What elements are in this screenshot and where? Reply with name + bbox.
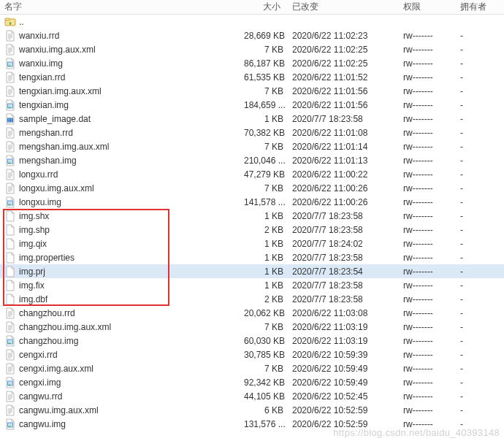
file-modified: 2020/6/22 10:59:49: [288, 377, 399, 388]
table-row[interactable]: img.prj1 KB2020/7/7 18:23:54rw--------: [0, 264, 504, 278]
file-owner: -: [456, 169, 500, 180]
table-row[interactable]: img.shp2 KB2020/7/7 18:23:58rw--------: [0, 223, 504, 237]
file-name: img.fix: [19, 280, 45, 291]
file-permissions: rw-------: [399, 86, 456, 96]
table-header: 名字 大小 已改变 权限 拥有者: [0, 0, 504, 15]
file-modified: 2020/6/22 11:01:56: [288, 86, 399, 96]
file-name: longxu.img.aux.xml: [19, 183, 94, 193]
table-row[interactable]: changzhou.rrd20,062 KB2020/6/22 11:03:08…: [0, 306, 504, 320]
file-generic-icon: [4, 404, 16, 416]
table-row[interactable]: wanxiu.img86,187 KB2020/6/22 11:02:25rw-…: [0, 56, 504, 70]
file-image-icon: [4, 377, 16, 388]
table-row[interactable]: img.qix1 KB2020/7/7 18:24:02rw--------: [0, 237, 504, 250]
table-row[interactable]: changzhou.img60,030 KB2020/6/22 11:03:19…: [0, 334, 504, 348]
file-modified: 2020/6/22 11:03:08: [288, 308, 399, 318]
table-row[interactable]: tengxian.img184,659 ...2020/6/22 11:01:5…: [0, 98, 504, 112]
file-name: img.shp: [19, 225, 50, 235]
table-row[interactable]: img.shx1 KB2020/7/7 18:23:58rw--------: [0, 209, 504, 223]
table-row[interactable]: cangwu.img.aux.xml6 KB2020/6/22 10:52:59…: [0, 403, 504, 417]
svg-point-44: [9, 202, 10, 203]
file-name: cengxi.img.aux.xml: [19, 364, 93, 374]
file-permissions: rw-------: [399, 377, 456, 388]
file-owner: -: [456, 308, 500, 318]
file-name: wanxiu.img.aux.xml: [19, 45, 96, 55]
file-size: 7 KB: [240, 86, 288, 96]
table-row[interactable]: mengshan.img.aux.xml7 KB2020/6/22 11:01:…: [0, 139, 504, 153]
file-name: longxu.img: [19, 197, 61, 207]
file-permissions: rw-------: [399, 364, 456, 374]
file-name: cangwu.img.aux.xml: [19, 405, 99, 415]
file-permissions: rw-------: [399, 253, 456, 263]
file-modified: 2020/6/22 11:03:19: [288, 336, 399, 346]
file-size: 1 KB: [240, 253, 288, 263]
table-row[interactable]: changzhou.img.aux.xml7 KB2020/6/22 11:03…: [0, 320, 504, 334]
file-generic-icon: [4, 141, 16, 153]
file-permissions: rw-------: [399, 391, 456, 402]
file-owner: -: [456, 364, 500, 374]
file-generic-icon: [4, 72, 16, 83]
file-blank-icon: [4, 280, 16, 291]
file-size: 86,187 KB: [240, 58, 288, 69]
file-permissions: rw-------: [399, 322, 456, 332]
file-permissions: rw-------: [399, 58, 456, 69]
file-modified: 2020/7/7 18:23:54: [288, 266, 399, 277]
table-row[interactable]: longxu.rrd47,279 KB2020/6/22 11:00:22rw-…: [0, 167, 504, 181]
file-owner: -: [456, 58, 500, 69]
file-permissions: rw-------: [399, 114, 456, 124]
table-row[interactable]: mengshan.rrd70,382 KB2020/6/22 11:01:08r…: [0, 126, 504, 139]
file-generic-icon: [4, 44, 16, 55]
file-size: 6 KB: [240, 405, 288, 415]
table-row[interactable]: longxu.img141,578 ...2020/6/22 11:00:26r…: [0, 195, 504, 209]
table-row[interactable]: mengshan.img210,046 ...2020/6/22 11:01:1…: [0, 153, 504, 167]
table-row[interactable]: cengxi.rrd30,785 KB2020/6/22 10:59:39rw-…: [0, 348, 504, 361]
table-row[interactable]: sample_image.dat1 KB2020/7/7 18:23:58rw-…: [0, 112, 504, 126]
svg-point-74: [9, 423, 10, 425]
table-row[interactable]: img.fix1 KB2020/7/7 18:23:58rw--------: [0, 278, 504, 292]
col-header-modified[interactable]: 已改变: [288, 0, 399, 15]
col-header-size[interactable]: 大小: [240, 0, 288, 15]
file-name: tengxian.img.aux.xml: [19, 86, 102, 96]
svg-point-34: [9, 160, 10, 161]
table-row[interactable]: tengxian.img.aux.xml7 KB2020/6/22 11:01:…: [0, 84, 504, 98]
file-owner: -: [456, 239, 500, 249]
file-modified: 2020/7/7 18:23:58: [288, 280, 399, 291]
file-size: 2 KB: [240, 225, 288, 235]
col-header-name[interactable]: 名字: [0, 0, 240, 15]
file-modified: 2020/6/22 11:02:23: [288, 31, 399, 41]
file-image-icon: [4, 58, 16, 69]
col-header-owner[interactable]: 拥有者: [456, 0, 500, 15]
file-list-table: 名字 大小 已改变 权限 拥有者 .. wanxiu.rrd28,669 KB2…: [0, 0, 504, 431]
file-name: img.properties: [19, 253, 75, 263]
table-row[interactable]: cengxi.img92,342 KB2020/6/22 10:59:49rw-…: [0, 375, 504, 389]
table-row[interactable]: wanxiu.rrd28,669 KB2020/6/22 11:02:23rw-…: [0, 28, 504, 42]
file-modified: 2020/6/22 10:59:49: [288, 364, 399, 374]
file-owner: -: [456, 336, 500, 346]
file-blank-icon: [4, 238, 16, 250]
file-owner: -: [456, 197, 500, 207]
table-row[interactable]: img.properties1 KB2020/7/7 18:23:58rw---…: [0, 250, 504, 264]
file-owner: -: [456, 156, 500, 166]
file-permissions: rw-------: [399, 280, 456, 291]
file-owner: -: [456, 253, 500, 263]
file-name: wanxiu.rrd: [19, 31, 59, 41]
col-header-perm[interactable]: 权限: [399, 0, 456, 15]
file-generic-icon: [4, 127, 16, 139]
file-name: img.dbf: [19, 294, 47, 304]
file-permissions: rw-------: [399, 308, 456, 318]
table-row[interactable]: longxu.img.aux.xml7 KB2020/6/22 11:00:26…: [0, 181, 504, 195]
file-name: changzhou.img.aux.xml: [19, 322, 111, 332]
table-row[interactable]: cangwu.rrd44,105 KB2020/6/22 10:52:45rw-…: [0, 389, 504, 403]
svg-point-54: [9, 340, 10, 342]
file-size: 7 KB: [240, 45, 288, 55]
file-modified: 2020/6/22 11:03:19: [288, 322, 399, 332]
table-row[interactable]: tengxian.rrd61,535 KB2020/6/22 11:01:52r…: [0, 70, 504, 84]
table-row[interactable]: img.dbf2 KB2020/7/7 18:23:58rw--------: [0, 292, 504, 306]
table-row[interactable]: wanxiu.img.aux.xml7 KB2020/6/22 11:02:25…: [0, 42, 504, 56]
file-permissions: rw-------: [399, 294, 456, 304]
file-name: cengxi.img: [19, 377, 61, 388]
parent-dir-row[interactable]: ..: [0, 15, 504, 28]
file-size: 1 KB: [240, 239, 288, 249]
file-owner: -: [456, 31, 500, 41]
file-image-icon: [4, 335, 16, 347]
table-row[interactable]: cengxi.img.aux.xml7 KB2020/6/22 10:59:49…: [0, 361, 504, 375]
